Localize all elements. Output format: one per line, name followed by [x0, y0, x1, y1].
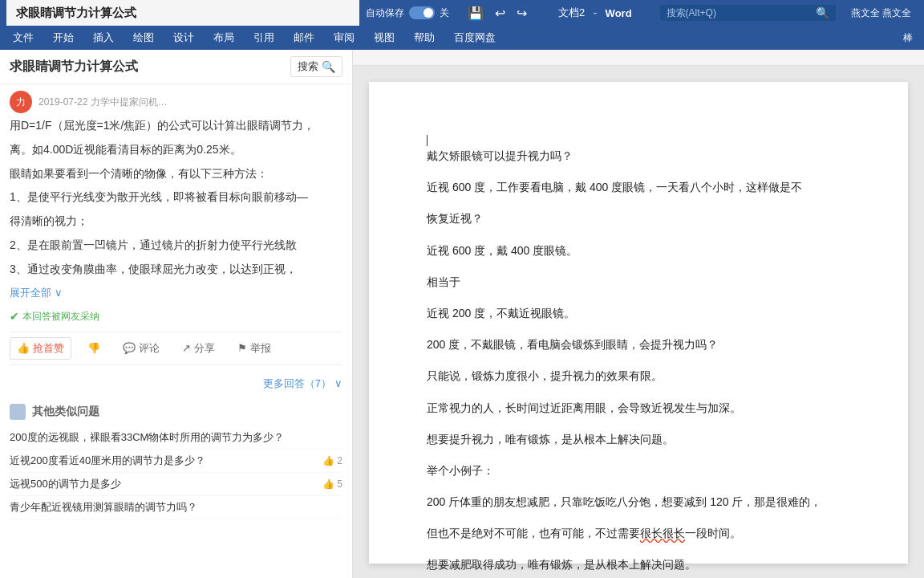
autosave-area: 自动保存 关	[366, 6, 449, 20]
like-count-1: 👍 2	[322, 455, 342, 466]
doc-para-12: 200 斤体重的朋友想减肥，只靠吃饭吃八分饱，想要减到 120 斤，那是很难的，	[427, 492, 850, 512]
tab-view[interactable]: 视图	[364, 27, 404, 48]
similar-title: 其他类似问题	[10, 404, 342, 420]
doc-ruler	[353, 50, 924, 66]
thumbs-down-icon: 👎	[87, 342, 100, 354]
doc-p1-text: 近视 600 度，工作	[427, 181, 519, 193]
tab-home[interactable]: 开始	[43, 27, 83, 48]
search-popup[interactable]: 搜索 🔍	[290, 56, 342, 77]
user-name[interactable]: 燕文全 燕文全	[851, 6, 911, 20]
report-button[interactable]: ⚑ 举报	[231, 338, 278, 359]
tab-file[interactable]: 文件	[3, 27, 43, 48]
answer-para-6: 2、是在眼前置一凹镜片，通过镜片的折射力使平行光线散	[10, 236, 342, 255]
like-count-2: 👍 5	[322, 478, 342, 490]
answer-para-5: 得清晰的视力；	[10, 212, 342, 231]
answer-body: 用D=1/F（屈光度=1米/焦距）的公式可以计算出眼睛调节力， 离。如4.00D…	[10, 116, 342, 279]
similar-item-text-1: 近视200度看近40厘米用的调节力是多少？	[10, 454, 205, 468]
list-item[interactable]: 青少年配近视镜用测算眼睛的调节力吗？	[10, 496, 342, 519]
tab-review[interactable]: 审阅	[324, 27, 364, 48]
similar-heading: 其他类似问题	[32, 405, 99, 419]
doc-p15-text: 想要减肥取得成功，唯有锻炼，是从根本上解决问题。	[427, 558, 696, 571]
avatar: 力	[10, 91, 32, 113]
dislike-button[interactable]: 👎	[81, 339, 107, 357]
tab-draw[interactable]: 绘图	[124, 27, 164, 48]
adopted-label: 本回答被网友采纳	[22, 310, 99, 324]
save-icon[interactable]: 💾	[464, 4, 487, 22]
toggle-on-label: 关	[440, 6, 449, 20]
answer-para-3: 眼睛如果要看到一个清晰的物像，有以下三种方法：	[10, 165, 342, 184]
doc-p4-text: 相当于	[427, 275, 460, 288]
doc-p1-cont: 要看电脑，戴 400 度眼镜，一天看八个小时，这样做是不	[519, 181, 802, 193]
chevron-right-icon: ∨	[334, 377, 342, 389]
text-cursor	[427, 135, 428, 146]
doc-para-8: 正常视力的人，长时间过近距离用眼，会导致近视发生与加深。	[427, 398, 850, 418]
share-label: 分享	[194, 341, 215, 356]
flag-icon: ⚑	[237, 342, 247, 354]
tab-insert[interactable]: 插入	[83, 27, 124, 48]
doc-para-2: 恢复近视？	[427, 209, 850, 229]
ribbon-tabs: 文件 开始 插入 绘图 设计 布局 引用 邮件 审阅 视图 帮助 百度网盘 棒	[0, 26, 924, 50]
tab-baidu[interactable]: 百度网盘	[444, 27, 505, 48]
ribbon-extra: 棒	[895, 28, 921, 48]
user-area: 燕文全 燕文全	[851, 6, 911, 20]
autosave-toggle[interactable]	[409, 6, 435, 19]
answer-para-1: 用D=1/F（屈光度=1米/焦距）的公式可以计算出眼睛调节力，	[10, 116, 342, 136]
doc-para-1: 近视 600 度，工作要看电脑，戴 400 度眼镜，一天看八个小时，这样做是不	[427, 177, 850, 197]
expand-button[interactable]: 展开全部 ∨	[10, 286, 342, 300]
thumbs-up-icon: 👍	[17, 342, 30, 354]
tab-mail[interactable]: 邮件	[284, 27, 324, 48]
undo-icon[interactable]: ↩	[492, 4, 509, 22]
answer-para-2: 离。如4.00D近视能看清目标的距离为0.25米。	[10, 140, 342, 160]
doc-p6-text: 200 度，不戴眼镜，看电脑会锻炼到眼睛，会提升视力吗？	[427, 338, 718, 351]
quick-access-icons: 💾 ↩ ↪	[464, 4, 530, 22]
page-title: 求眼睛调节力计算公式	[16, 6, 136, 21]
autosave-label: 自动保存	[366, 6, 404, 20]
doc-p5-text: 近视 200 度，不戴近视眼镜。	[427, 307, 575, 320]
redo-icon[interactable]: ↪	[513, 4, 530, 22]
similar-section: 其他类似问题 200度的远视眼，裸眼看33CM物体时所用的调节力为多少？ 近视2…	[10, 404, 342, 519]
app-name: Word	[606, 7, 632, 19]
share-icon: ↗	[182, 342, 191, 354]
adopted-badge: ✔ 本回答被网友采纳	[10, 307, 342, 327]
doc-page[interactable]: 戴欠矫眼镜可以提升视力吗？ 近视 600 度，工作要看电脑，戴 400 度眼镜，…	[369, 82, 908, 564]
doc-p10-text: 想要提升视力，唯有锻炼，是从根本上解决问题。	[427, 433, 674, 446]
doc-para-4: 相当于	[427, 272, 850, 292]
share-button[interactable]: ↗ 分享	[176, 338, 221, 359]
more-answers-link[interactable]: 更多回答（7） ∨	[10, 370, 342, 397]
ribbon-extra-btn[interactable]: 棒	[895, 28, 921, 48]
tab-design[interactable]: 设计	[164, 27, 204, 48]
search-bar[interactable]: 🔍	[660, 5, 836, 21]
doc-title-text: 戴欠矫眼镜可以提升视力吗？	[427, 149, 573, 162]
list-item[interactable]: 远视500的调节力是多少 👍 5	[10, 473, 342, 496]
search-label: 搜索	[298, 59, 318, 74]
tab-references[interactable]: 引用	[244, 27, 284, 48]
like-num-1: 2	[337, 455, 342, 466]
doc-para-15: 想要减肥取得成功，唯有锻炼，是从根本上解决问题。	[427, 555, 850, 575]
left-body: 力 2019-07-22 力学中提家问机… 用D=1/F（屈光度=1米/焦距）的…	[0, 84, 352, 578]
separator: -	[593, 6, 597, 20]
report-label: 举报	[250, 341, 271, 356]
tab-layout[interactable]: 布局	[204, 27, 244, 48]
doc-p3-text: 近视 600 度，戴 400 度眼镜。	[427, 244, 578, 257]
doc-para-6: 200 度，不戴眼镜，看电脑会锻炼到眼睛，会提升视力吗？	[427, 335, 850, 355]
underline-text: 很长很长	[640, 527, 685, 539]
like-button[interactable]: 👍 抢首赞	[10, 337, 71, 360]
doc-area[interactable]: 戴欠矫眼镜可以提升视力吗？ 近视 600 度，工作要看电脑，戴 400 度眼镜，…	[353, 66, 924, 578]
doc-title-para: 戴欠矫眼镜可以提升视力吗？	[427, 146, 850, 166]
search-input[interactable]	[667, 7, 811, 18]
doc-title-area: 文档2 - Word	[558, 6, 632, 20]
doc-p11-text: 举个小例子：	[427, 464, 494, 477]
left-header: 求眼睛调节力计算公式 搜索 🔍	[0, 50, 352, 84]
doc-para-11: 举个小例子：	[427, 461, 850, 481]
comment-button[interactable]: 💬 评论	[116, 338, 166, 359]
left-panel-heading: 求眼睛调节力计算公式	[10, 59, 138, 75]
doc-p13-text: 但也不是绝对不可能，也有可能，不过需要很长很长一段时间。	[427, 527, 741, 539]
list-item[interactable]: 200度的远视眼，裸眼看33CM物体时所用的调节力为多少？	[10, 426, 342, 450]
list-item[interactable]: 近视200度看近40厘米用的调节力是多少？ 👍 2	[10, 450, 342, 473]
title-bar: 求眼睛调节力计算公式 自动保存 关 💾 ↩ ↪ 文档2 - Word 🔍 燕文全…	[0, 0, 924, 26]
doc-para-5: 近视 200 度，不戴近视眼镜。	[427, 303, 850, 324]
similar-item-text-3: 青少年配近视镜用测算眼睛的调节力吗？	[10, 500, 197, 515]
answer-date: 2019-07-22 力学中提家问机…	[38, 96, 168, 109]
tab-help[interactable]: 帮助	[404, 27, 444, 48]
like-icon-2: 👍	[322, 478, 334, 490]
